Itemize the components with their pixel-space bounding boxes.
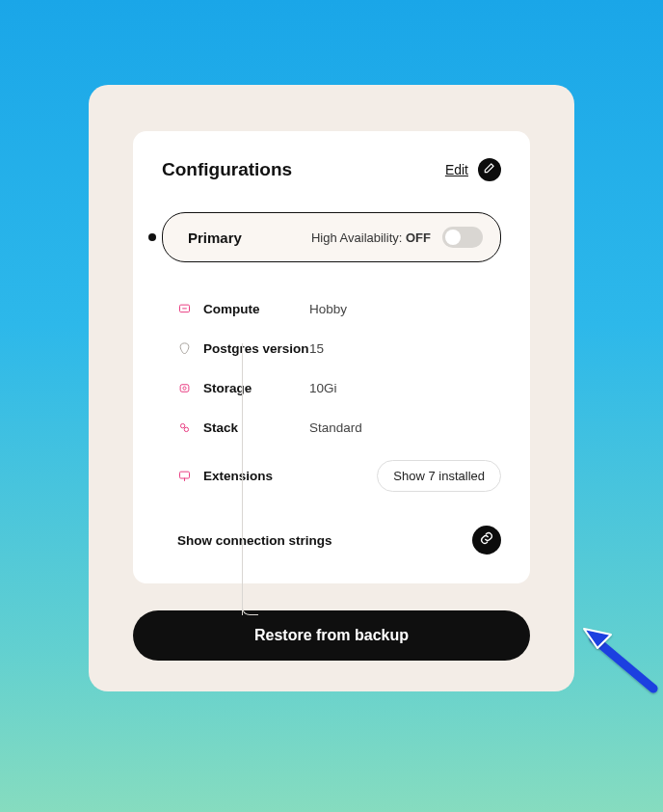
storage-icon xyxy=(177,381,192,395)
spec-row-compute: Compute Hobby xyxy=(177,289,501,329)
compute-label: Compute xyxy=(203,302,309,316)
svg-point-3 xyxy=(180,423,184,427)
svg-point-2 xyxy=(183,387,186,390)
stack-value: Standard xyxy=(309,420,362,435)
compute-icon xyxy=(177,302,192,316)
ha-prefix: High Availability: xyxy=(311,230,406,245)
configurations-card: Configurations Edit Primary High Availab… xyxy=(133,131,530,583)
primary-pill: Primary High Availability: OFF xyxy=(162,212,501,262)
edit-icon-button[interactable] xyxy=(478,158,501,181)
restore-from-backup-button[interactable]: Restore from backup xyxy=(133,610,530,661)
svg-rect-1 xyxy=(180,385,189,392)
extensions-icon xyxy=(177,469,192,483)
connection-strings-button[interactable] xyxy=(472,526,501,555)
outer-card: Configurations Edit Primary High Availab… xyxy=(89,85,574,691)
svg-point-4 xyxy=(184,427,188,431)
pencil-icon xyxy=(483,161,496,178)
postgres-label: Postgres version xyxy=(203,341,309,356)
header-actions: Edit xyxy=(445,158,501,181)
storage-label: Storage xyxy=(203,381,309,395)
postgres-icon xyxy=(177,341,192,356)
stack-label: Stack xyxy=(203,420,309,435)
connection-strings-label: Show connection strings xyxy=(177,533,332,548)
connection-strings-row: Show connection strings xyxy=(162,504,501,555)
spec-row-stack: Stack Standard xyxy=(177,408,501,447)
storage-value: 10Gi xyxy=(309,381,337,395)
card-header: Configurations Edit xyxy=(162,158,501,181)
extensions-label: Extensions xyxy=(203,469,309,483)
link-icon xyxy=(479,530,494,550)
primary-label: Primary xyxy=(188,230,242,246)
card-title: Configurations xyxy=(162,159,292,180)
high-availability-group: High Availability: OFF xyxy=(311,227,483,248)
ha-status: OFF xyxy=(406,230,431,245)
spec-row-storage: Storage 10Gi xyxy=(177,368,501,408)
high-availability-text: High Availability: OFF xyxy=(311,230,431,245)
show-extensions-button[interactable]: Show 7 installed xyxy=(377,460,501,492)
compute-value: Hobby xyxy=(309,302,347,316)
tree-line xyxy=(242,343,243,615)
spec-list: Compute Hobby Postgres version 15 Storag… xyxy=(162,289,501,504)
high-availability-toggle[interactable] xyxy=(442,227,483,248)
spec-row-postgres: Postgres version 15 xyxy=(177,329,501,368)
edit-link[interactable]: Edit xyxy=(445,162,468,177)
svg-rect-5 xyxy=(180,472,190,478)
postgres-value: 15 xyxy=(309,341,324,356)
stack-icon xyxy=(177,420,192,435)
arrow-annotation xyxy=(576,621,663,698)
spec-row-extensions: Extensions Show 7 installed xyxy=(177,447,501,504)
